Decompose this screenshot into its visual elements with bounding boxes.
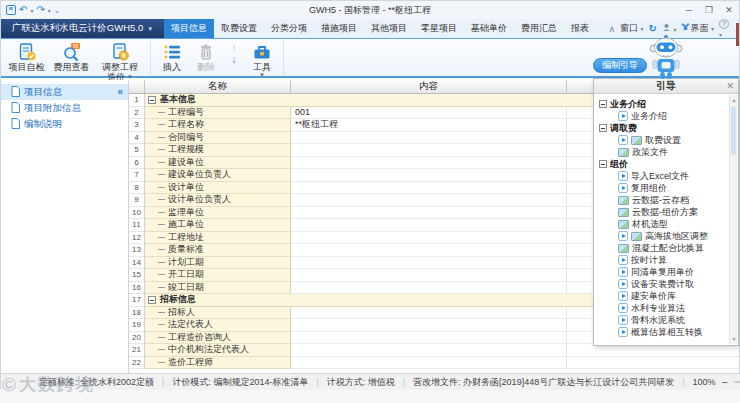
row-number[interactable]: 9: [129, 194, 145, 207]
row-number[interactable]: 6: [129, 157, 145, 170]
row-value-cell[interactable]: [291, 169, 567, 182]
collapse-icon[interactable]: [599, 124, 607, 132]
delete-button[interactable]: 删除: [189, 40, 223, 72]
minimize-button[interactable]: ─: [679, 1, 699, 19]
guide-item-材机选型[interactable]: 材机选型: [595, 218, 729, 230]
row-name-cell[interactable]: 招标人: [145, 307, 291, 320]
guide-item-政策文件[interactable]: 政策文件: [595, 146, 729, 158]
row-name-cell[interactable]: 工程造价咨询人: [145, 332, 291, 345]
row-name-cell[interactable]: 计划工期: [145, 257, 291, 270]
row-name-cell[interactable]: 施工单位: [145, 219, 291, 232]
row-value-cell[interactable]: [291, 207, 567, 220]
project-selfcheck-button[interactable]: 项目自检: [4, 40, 49, 72]
guide-item-取费设置[interactable]: 取费设置: [595, 134, 729, 146]
guide-item-同清单复用单价[interactable]: 同清单复用单价: [595, 266, 729, 278]
scroll-up-icon[interactable]: ▲: [730, 95, 738, 105]
row-name-cell[interactable]: 法定代表人: [145, 319, 291, 332]
row-number[interactable]: 13: [129, 244, 145, 257]
insert-button[interactable]: 插入: [155, 40, 189, 72]
row-number[interactable]: 1: [129, 94, 145, 107]
row-value-cell[interactable]: [291, 219, 567, 232]
row-number[interactable]: 14: [129, 257, 145, 270]
row-number[interactable]: 4: [129, 132, 145, 145]
zoom-slider[interactable]: [734, 381, 740, 383]
guide-item-按时计算[interactable]: 按时计算: [595, 254, 729, 266]
collapse-icon[interactable]: [148, 296, 156, 304]
zoom-out-button[interactable]: −: [722, 377, 728, 388]
move-down-icon[interactable]: ↓: [232, 55, 237, 65]
tab-措施项目[interactable]: 措施项目: [314, 19, 364, 38]
row-value-cell[interactable]: [291, 144, 567, 157]
tab-分类分项[interactable]: 分类分项: [264, 19, 314, 38]
sync-icon[interactable]: ↻: [649, 23, 657, 34]
row-name-cell[interactable]: 建设单位负责人: [145, 169, 291, 182]
close-icon[interactable]: ✕: [726, 79, 734, 94]
tools-button[interactable]: 工具 ▼: [245, 40, 279, 79]
undo-icon[interactable]: ↶: [19, 5, 27, 15]
row-number[interactable]: 11: [129, 219, 145, 232]
guide-item-建安单价库[interactable]: 建安单价库: [595, 290, 729, 302]
row-value-cell[interactable]: [291, 194, 567, 207]
row-number[interactable]: 7: [129, 169, 145, 182]
undo-dropdown-icon[interactable]: ▾: [30, 7, 33, 14]
row-value-cell[interactable]: [291, 132, 567, 145]
guide-item-云数据-云存档[interactable]: 云数据-云存档: [595, 194, 729, 206]
row-name-cell[interactable]: 造价工程师: [145, 357, 291, 370]
row-name-cell[interactable]: 工程编号: [145, 107, 291, 120]
scrollbar-thumb[interactable]: [731, 107, 736, 155]
row-number[interactable]: 20: [129, 332, 145, 345]
row-name-cell[interactable]: 开工日期: [145, 269, 291, 282]
app-menu-button[interactable]: 广联达水利水电云计价GWH5.0 ▼: [1, 19, 164, 38]
sidebar-item-项目信息[interactable]: 项目信息: [1, 84, 128, 100]
row-value-cell[interactable]: **枢纽工程: [291, 119, 567, 132]
guide-item-混凝土配合比换算[interactable]: 混凝土配合比换算: [595, 242, 729, 254]
row-value-cell[interactable]: [291, 157, 567, 170]
guide-scrollbar[interactable]: ▲ ▼: [729, 95, 737, 344]
row-name-cell[interactable]: 工程地址: [145, 232, 291, 245]
row-number[interactable]: 10: [129, 207, 145, 220]
header-name[interactable]: 名称: [145, 80, 291, 94]
row-value-cell[interactable]: [291, 232, 567, 245]
user-menu[interactable]: ▾: [662, 23, 677, 34]
restore-button[interactable]: ❐: [699, 1, 719, 19]
guide-group-组价[interactable]: 组价: [595, 158, 729, 170]
row-name-cell[interactable]: 设计单位负责人: [145, 194, 291, 207]
row-number[interactable]: 2: [129, 107, 145, 120]
tab-取费设置[interactable]: 取费设置: [214, 19, 264, 38]
guide-item-云数据-组价方案[interactable]: 云数据-组价方案: [595, 206, 729, 218]
collapse-ribbon-icon[interactable]: ∧: [608, 24, 615, 34]
row-name-cell[interactable]: 工程名称: [145, 119, 291, 132]
row-value-cell[interactable]: [291, 357, 567, 370]
collapse-icon[interactable]: [148, 96, 156, 104]
guide-group-业务介绍[interactable]: 业务介绍: [595, 98, 729, 110]
sidebar-item-编制说明[interactable]: 编制说明: [1, 116, 128, 132]
row-value-cell[interactable]: [291, 257, 567, 270]
row-value-cell[interactable]: [291, 332, 567, 345]
collapse-sidebar-icon[interactable]: «: [117, 87, 123, 97]
tab-费用汇总[interactable]: 费用汇总: [514, 19, 564, 38]
row-number[interactable]: 19: [129, 319, 145, 332]
guide-item-导入Excel文件[interactable]: 导入Excel文件: [595, 170, 729, 182]
row-name-cell[interactable]: 工程规模: [145, 144, 291, 157]
row-name-cell[interactable]: 中介机构法定代表人: [145, 344, 291, 357]
row-value-cell[interactable]: [291, 182, 567, 195]
tab-报表[interactable]: 报表: [564, 19, 596, 38]
scroll-down-icon[interactable]: ▼: [730, 334, 738, 344]
guide-item-业务介绍[interactable]: 业务介绍: [595, 110, 729, 122]
row-value-cell[interactable]: [291, 244, 567, 257]
guide-pill-button[interactable]: 编制引导: [593, 58, 647, 73]
tab-零星项目[interactable]: 零星项目: [414, 19, 464, 38]
tab-其他项目[interactable]: 其他项目: [364, 19, 414, 38]
row-name-cell[interactable]: 竣工日期: [145, 282, 291, 295]
qat-customize-icon[interactable]: ⌄: [54, 6, 61, 15]
row-number[interactable]: 17: [129, 294, 145, 307]
row-number[interactable]: 21: [129, 344, 145, 357]
row-number[interactable]: 18: [129, 307, 145, 320]
row-number[interactable]: 5: [129, 144, 145, 157]
guide-item-高海拔地区调整[interactable]: 高海拔地区调整: [595, 230, 729, 242]
collapse-icon[interactable]: [599, 100, 607, 108]
guide-item-骨料水泥系统[interactable]: 骨料水泥系统: [595, 314, 729, 326]
guide-item-设备安装费计取[interactable]: 设备安装费计取: [595, 278, 729, 290]
save-icon[interactable]: [6, 5, 16, 15]
sidebar-item-项目附加信息[interactable]: 项目附加信息: [1, 100, 128, 116]
